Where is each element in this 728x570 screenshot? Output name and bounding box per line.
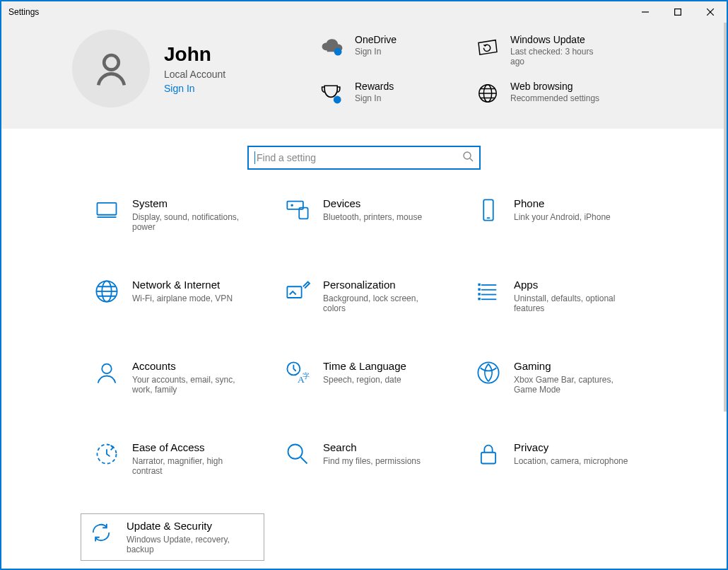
header-tile-rewards[interactable]: Rewards Sign In bbox=[319, 81, 468, 106]
apps-icon bbox=[476, 279, 501, 304]
category-devices[interactable]: Devices Bluetooth, printers, mouse bbox=[277, 191, 454, 238]
category-system[interactable]: System Display, sound, notifications, po… bbox=[86, 191, 263, 238]
tile-title: Rewards bbox=[355, 81, 394, 92]
window-title: Settings bbox=[8, 7, 629, 17]
category-sub: Find my files, permissions bbox=[323, 456, 421, 466]
header-tile-onedrive[interactable]: OneDrive Sign In bbox=[319, 34, 468, 66]
ease-of-access-icon bbox=[94, 441, 119, 467]
scrollbar-thumb[interactable] bbox=[724, 23, 727, 412]
category-ease-of-access[interactable]: Ease of Access Narrator, magnifier, high… bbox=[86, 435, 263, 482]
svg-rect-29 bbox=[478, 293, 480, 295]
svg-rect-28 bbox=[478, 289, 480, 291]
category-sub: Link your Android, iPhone bbox=[514, 212, 611, 222]
header-tile-windows-update[interactable]: Windows Update Last checked: 3 hours ago bbox=[475, 34, 623, 66]
category-update-security[interactable]: Update & Security Windows Update, recove… bbox=[81, 513, 264, 561]
category-title: Privacy bbox=[514, 441, 628, 453]
user-block[interactable]: John Local Account Sign In bbox=[30, 30, 298, 107]
categories-grid: System Display, sound, notifications, po… bbox=[1, 191, 727, 482]
svg-rect-12 bbox=[98, 203, 117, 215]
category-apps[interactable]: Apps Uninstall, defaults, optional featu… bbox=[468, 272, 645, 320]
svg-point-16 bbox=[291, 204, 293, 206]
svg-line-11 bbox=[470, 158, 473, 161]
svg-point-5 bbox=[334, 48, 342, 56]
globe-icon bbox=[94, 279, 119, 304]
rewards-icon bbox=[319, 81, 345, 106]
accounts-icon bbox=[94, 360, 119, 385]
category-phone[interactable]: Phone Link your Android, iPhone bbox=[468, 191, 645, 238]
titlebar: Settings bbox=[1, 1, 727, 23]
category-sub: Display, sound, notifications, power bbox=[132, 212, 252, 232]
category-sub: Windows Update, recovery, backup bbox=[127, 535, 247, 554]
svg-rect-39 bbox=[481, 453, 495, 464]
maximize-button[interactable] bbox=[662, 1, 694, 23]
system-icon bbox=[94, 197, 119, 223]
category-gaming[interactable]: Gaming Xbox Game Bar, captures, Game Mod… bbox=[468, 354, 645, 401]
category-title: System bbox=[132, 197, 252, 209]
category-title: Gaming bbox=[514, 360, 634, 372]
category-sub: Your accounts, email, sync, work, family bbox=[132, 375, 252, 395]
category-sub: Xbox Game Bar, captures, Game Mode bbox=[514, 375, 634, 395]
privacy-icon bbox=[476, 441, 501, 467]
caret bbox=[254, 151, 255, 164]
category-search[interactable]: Search Find my files, permissions bbox=[277, 435, 454, 482]
account-type: Local Account bbox=[164, 69, 225, 80]
svg-point-31 bbox=[102, 364, 112, 374]
category-title: Apps bbox=[514, 279, 634, 291]
category-title: Phone bbox=[514, 197, 611, 209]
svg-line-38 bbox=[301, 458, 307, 464]
svg-point-6 bbox=[334, 96, 341, 104]
update-icon bbox=[88, 520, 114, 545]
sync-icon bbox=[475, 34, 500, 59]
svg-rect-27 bbox=[478, 284, 480, 286]
tile-sub: Sign In bbox=[355, 47, 397, 57]
time-language-icon: A字 bbox=[285, 360, 310, 385]
search-icon bbox=[462, 151, 474, 165]
search-box[interactable] bbox=[247, 146, 481, 170]
category-title: Network & Internet bbox=[132, 279, 233, 291]
avatar bbox=[72, 30, 150, 107]
tile-title: Web browsing bbox=[510, 81, 599, 92]
category-privacy[interactable]: Privacy Location, camera, microphone bbox=[468, 435, 645, 482]
svg-point-37 bbox=[288, 445, 303, 459]
category-title: Time & Language bbox=[323, 360, 406, 372]
onedrive-icon bbox=[319, 34, 345, 59]
category-sub: Uninstall, defaults, optional features bbox=[514, 293, 634, 313]
category-title: Devices bbox=[323, 197, 422, 209]
category-sub: Wi-Fi, airplane mode, VPN bbox=[132, 293, 233, 303]
sign-in-link[interactable]: Sign In bbox=[164, 83, 225, 94]
tile-title: OneDrive bbox=[355, 34, 397, 45]
category-accounts[interactable]: Accounts Your accounts, email, sync, wor… bbox=[86, 354, 263, 401]
tile-sub: Last checked: 3 hours ago bbox=[510, 47, 609, 66]
tile-sub: Recommended settings bbox=[510, 93, 599, 103]
svg-point-10 bbox=[464, 152, 471, 159]
scrollbar[interactable] bbox=[717, 23, 727, 569]
category-title: Ease of Access bbox=[132, 441, 252, 453]
minimize-button[interactable] bbox=[629, 1, 662, 23]
header: John Local Account Sign In OneDrive Sign… bbox=[1, 23, 727, 129]
category-network[interactable]: Network & Internet Wi-Fi, airplane mode,… bbox=[86, 272, 263, 320]
category-sub: Narrator, magnifier, high contrast bbox=[132, 456, 252, 476]
category-sub: Bluetooth, printers, mouse bbox=[323, 212, 422, 222]
category-title: Accounts bbox=[132, 360, 252, 372]
devices-icon bbox=[285, 197, 310, 223]
search-input[interactable] bbox=[257, 152, 462, 163]
category-sub: Location, camera, microphone bbox=[514, 456, 628, 466]
category-time-language[interactable]: A字 Time & Language Speech, region, date bbox=[277, 354, 454, 401]
globe-icon bbox=[475, 81, 500, 106]
phone-icon bbox=[476, 197, 501, 223]
category-title: Personalization bbox=[323, 279, 443, 291]
user-name: John bbox=[164, 43, 225, 66]
svg-rect-1 bbox=[675, 9, 681, 16]
svg-rect-17 bbox=[483, 199, 493, 220]
svg-rect-30 bbox=[478, 298, 480, 300]
header-tile-web-browsing[interactable]: Web browsing Recommended settings bbox=[475, 81, 623, 106]
svg-text:字: 字 bbox=[303, 372, 310, 380]
svg-point-35 bbox=[478, 362, 498, 383]
category-sub: Speech, region, date bbox=[323, 375, 406, 385]
tile-title: Windows Update bbox=[510, 34, 609, 45]
category-personalization[interactable]: Personalization Background, lock screen,… bbox=[277, 272, 454, 320]
close-button[interactable] bbox=[694, 1, 727, 23]
category-sub: Background, lock screen, colors bbox=[323, 293, 443, 313]
category-title: Update & Security bbox=[127, 520, 247, 532]
svg-point-4 bbox=[104, 55, 119, 70]
